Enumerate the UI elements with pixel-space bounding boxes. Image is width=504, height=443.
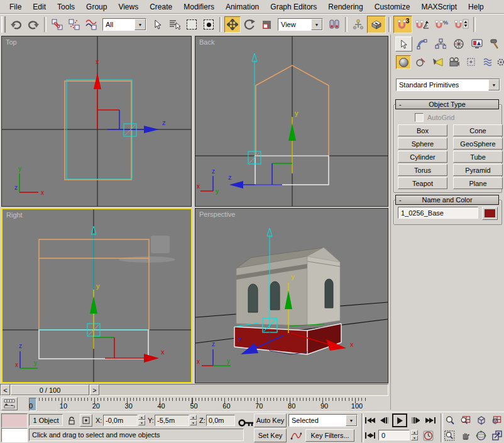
menu-item[interactable]: Rendering bbox=[322, 1, 368, 13]
autogrid-checkbox[interactable] bbox=[415, 113, 424, 122]
key-filters-button[interactable]: Key Filters... bbox=[305, 429, 354, 442]
menu-item[interactable]: Customize bbox=[369, 1, 416, 13]
dropdown-arrow-icon[interactable]: ▼ bbox=[311, 19, 322, 30]
select-by-name-button[interactable] bbox=[167, 16, 183, 33]
object-type-button[interactable]: Box bbox=[398, 124, 447, 136]
tab-create[interactable] bbox=[395, 36, 412, 52]
time-configuration-button[interactable] bbox=[421, 429, 435, 442]
building-footprint-wire[interactable] bbox=[65, 81, 131, 180]
current-frame-field[interactable]: 0 bbox=[378, 430, 410, 440]
maxscript-mini-listener[interactable] bbox=[1, 428, 28, 442]
reference-coordinate-system-dropdown[interactable]: View▼ bbox=[278, 18, 323, 31]
unlink-selection-icon[interactable] bbox=[66, 16, 82, 33]
object-type-rollout-header[interactable]: - Object Type bbox=[395, 99, 499, 109]
selection-filter-dropdown[interactable]: All▼ bbox=[102, 18, 146, 31]
object-type-button[interactable]: Torus bbox=[398, 164, 447, 176]
y-coord-spinner[interactable]: ▲▼ bbox=[190, 415, 197, 425]
object-name-field[interactable]: 1_0256_Base bbox=[398, 207, 478, 219]
time-slider-thumb[interactable]: 0 / 100 bbox=[11, 385, 89, 395]
selection-lock-toggle[interactable] bbox=[65, 414, 78, 427]
play-animation-button[interactable] bbox=[392, 413, 407, 427]
open-mini-curve-editor-button[interactable] bbox=[1, 397, 18, 410]
set-key-button[interactable]: Set Key bbox=[254, 429, 287, 442]
object-type-button[interactable]: GeoSphere bbox=[453, 138, 503, 150]
viewport-back-canvas[interactable]: y z z x y bbox=[195, 36, 388, 206]
menu-item[interactable]: Create bbox=[144, 1, 178, 13]
object-type-button[interactable]: Cylinder bbox=[398, 151, 447, 163]
x-coord-spinner[interactable]: ▲▼ bbox=[138, 415, 145, 425]
category-systems-button[interactable] bbox=[496, 55, 504, 69]
menu-item[interactable]: Help bbox=[463, 1, 490, 13]
dropdown-arrow-icon[interactable]: ▼ bbox=[134, 19, 146, 30]
use-pivot-point-center-button[interactable] bbox=[326, 16, 342, 33]
zoom-all-button[interactable] bbox=[458, 413, 473, 427]
select-and-link-icon[interactable] bbox=[49, 16, 65, 33]
time-slider-prev-button[interactable]: < bbox=[1, 385, 10, 395]
category-lights-button[interactable] bbox=[430, 55, 445, 69]
select-and-rotate-button[interactable] bbox=[241, 16, 258, 33]
zoom-button[interactable] bbox=[442, 413, 457, 427]
menu-item[interactable]: Views bbox=[112, 1, 144, 13]
object-type-button[interactable]: Sphere bbox=[398, 138, 447, 150]
menu-item[interactable]: Modifiers bbox=[178, 1, 220, 13]
menu-item[interactable]: Animation bbox=[220, 1, 265, 13]
name-color-rollout-header[interactable]: - Name and Color bbox=[395, 195, 499, 205]
tab-motion[interactable] bbox=[450, 36, 467, 52]
category-cameras-button[interactable] bbox=[447, 55, 462, 69]
auto-key-button[interactable]: Auto Key bbox=[254, 413, 287, 427]
percent-snap-toggle[interactable]: % bbox=[432, 16, 451, 33]
object-type-button[interactable]: Plane bbox=[453, 177, 503, 189]
time-slider-next-button[interactable]: > bbox=[90, 385, 99, 395]
object-type-button[interactable]: Pyramid bbox=[453, 164, 503, 176]
snap-toggle-3d-button[interactable]: 3 bbox=[393, 16, 412, 33]
category-geometry-button[interactable] bbox=[396, 55, 411, 69]
y-coord-field[interactable]: -5,5m bbox=[155, 415, 189, 426]
object-type-button[interactable]: Cone bbox=[453, 124, 503, 136]
region-zoom-button[interactable] bbox=[442, 429, 457, 442]
zoom-extents-button[interactable] bbox=[474, 413, 488, 427]
object-type-button[interactable]: Tube bbox=[453, 151, 503, 163]
key-mode-dropdown[interactable]: Selected▼ bbox=[288, 414, 358, 427]
previous-frame-button[interactable] bbox=[378, 414, 391, 427]
category-helpers-button[interactable] bbox=[464, 55, 479, 69]
bind-to-space-warp-icon[interactable] bbox=[83, 16, 99, 33]
select-and-manipulate-button[interactable] bbox=[350, 16, 366, 33]
window-crossing-toggle[interactable] bbox=[200, 16, 217, 33]
primitive-category-dropdown[interactable]: Standard Primitives▼ bbox=[396, 79, 500, 91]
dropdown-arrow-icon[interactable]: ▼ bbox=[346, 415, 357, 426]
absolute-offset-mode-toggle[interactable] bbox=[80, 414, 92, 427]
track-bar-ruler[interactable]: 0102030405060708090100 bbox=[20, 397, 388, 411]
go-to-start-button[interactable] bbox=[363, 414, 376, 427]
select-object-button[interactable] bbox=[150, 16, 166, 33]
default-in-out-tangents-button[interactable] bbox=[288, 429, 304, 442]
viewport-right-canvas[interactable]: y x z x y bbox=[3, 209, 191, 382]
go-to-end-button[interactable] bbox=[424, 414, 437, 427]
arc-rotate-button[interactable] bbox=[474, 429, 488, 442]
menu-item[interactable]: Graph Editors bbox=[265, 1, 322, 13]
viewport-top[interactable]: Top x z y z x bbox=[1, 36, 192, 207]
collapse-icon[interactable]: - bbox=[399, 101, 402, 108]
object-color-swatch[interactable] bbox=[482, 207, 498, 220]
viewport-perspective[interactable]: Perspective bbox=[195, 208, 388, 383]
toolbar-grip[interactable] bbox=[1, 16, 6, 33]
menu-item[interactable]: Edit bbox=[27, 1, 52, 13]
redo-button[interactable] bbox=[25, 16, 41, 33]
frame-spinner[interactable]: ▲▼ bbox=[411, 430, 418, 440]
min-max-toggle-button[interactable] bbox=[490, 429, 504, 442]
angle-snap-toggle[interactable] bbox=[413, 16, 432, 33]
z-coord-field[interactable]: 0,0m bbox=[206, 415, 235, 426]
next-frame-button[interactable] bbox=[409, 414, 422, 427]
select-and-move-button[interactable] bbox=[224, 16, 241, 33]
tab-hierarchy[interactable] bbox=[432, 36, 449, 52]
category-space-warps-button[interactable] bbox=[481, 55, 496, 69]
menu-item[interactable]: MAXScript bbox=[415, 1, 463, 13]
move-gizmo[interactable]: y z bbox=[228, 53, 299, 189]
key-mode-toggle-button[interactable] bbox=[363, 429, 376, 442]
menu-item[interactable]: File bbox=[4, 1, 27, 13]
viewport-top-canvas[interactable]: x z y z x bbox=[2, 36, 191, 206]
spinner-snap-toggle[interactable] bbox=[452, 16, 471, 33]
tab-utilities[interactable] bbox=[486, 36, 503, 52]
tab-display[interactable] bbox=[468, 36, 485, 52]
object-type-button[interactable]: Teapot bbox=[398, 177, 447, 189]
undo-button[interactable] bbox=[8, 16, 25, 33]
